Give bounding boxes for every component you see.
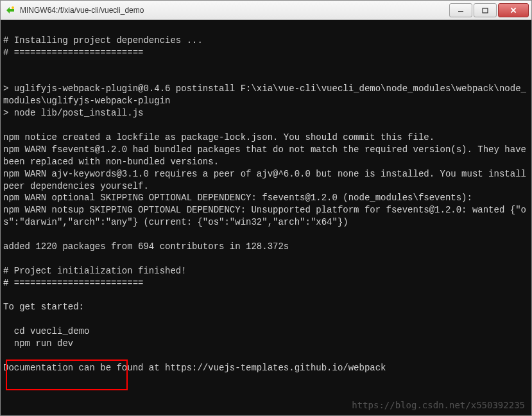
terminal-body[interactable]: # Installing project dependencies ... # …: [1, 20, 531, 415]
minimize-button[interactable]: [449, 3, 472, 17]
svg-point-0: [12, 6, 14, 9]
terminal-line: added 1220 packages from 694 contributor…: [3, 241, 289, 252]
terminal-line: > uglifyjs-webpack-plugin@0.4.6 postinst…: [3, 83, 526, 106]
maximize-button[interactable]: [474, 3, 497, 17]
terminal-line: # ========================: [3, 48, 143, 58]
terminal-line: Documentation can be found at https://vu…: [3, 363, 386, 373]
terminal-line: npm WARN fsevents@1.2.0 had bundled pack…: [3, 144, 531, 167]
window-title: MINGW64:/f/xia/vue-cli/vuecli_demo: [20, 6, 448, 15]
terminal-line: # ========================: [3, 278, 143, 288]
close-button[interactable]: [498, 3, 529, 17]
terminal-line: npm WARN optional SKIPPING OPTIONAL DEPE…: [3, 193, 472, 203]
terminal-line: npm notice created a lockfile as package…: [3, 132, 434, 143]
terminal-window: MINGW64:/f/xia/vue-cli/vuecli_demo # Ins…: [0, 0, 532, 416]
terminal-line: npm WARN ajv-keywords@3.1.0 requires a p…: [3, 169, 531, 191]
svg-rect-2: [483, 8, 488, 13]
terminal-line: # Project initialization finished!: [3, 266, 187, 276]
terminal-line: # Installing project dependencies ...: [3, 35, 203, 46]
terminal-line: > node lib/post_install.js: [3, 108, 143, 118]
app-icon: [4, 4, 16, 16]
watermark-text: https://blog.csdn.net/x550392235: [352, 399, 525, 412]
terminal-line: cd vuecli_demo: [3, 326, 89, 336]
terminal-line: npm WARN notsup SKIPPING OPTIONAL DEPEND…: [3, 205, 526, 227]
terminal-line: npm run dev: [3, 338, 73, 349]
window-controls: [448, 3, 529, 17]
titlebar[interactable]: MINGW64:/f/xia/vue-cli/vuecli_demo: [1, 1, 531, 20]
terminal-line: To get started:: [3, 302, 84, 312]
